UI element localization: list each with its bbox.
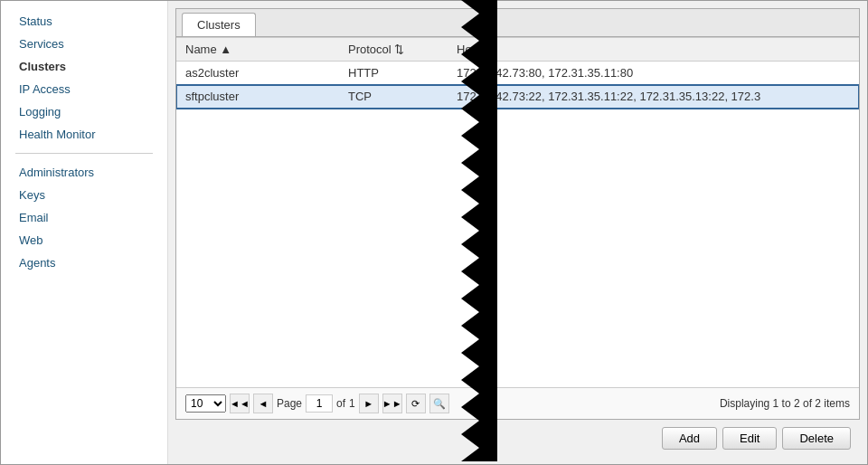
sidebar-item-web[interactable]: Web	[1, 229, 167, 251]
app-container: StatusServicesClustersIP AccessLoggingHe…	[0, 0, 868, 465]
page-label: Page	[277, 397, 302, 410]
prev-page-button[interactable]: ◄	[253, 394, 273, 413]
sidebar-item-ip-access[interactable]: IP Access	[1, 78, 167, 100]
sidebar-item-status[interactable]: Status	[1, 10, 167, 33]
action-bar: Add Edit Delete	[175, 420, 860, 457]
pagination-info: Displaying 1 to 2 of 2 items	[720, 397, 850, 410]
cell-name-1: sftpcluster	[176, 85, 339, 109]
main-content: Clusters Name ▲Protocol ⇅Hosts as2cluste…	[168, 1, 867, 464]
col-header-name[interactable]: Name ▲	[176, 38, 339, 62]
refresh-button[interactable]: ⟳	[406, 394, 426, 413]
tab-panel: Clusters Name ▲Protocol ⇅Hosts as2cluste…	[175, 8, 860, 420]
col-header-hosts: Hosts	[448, 38, 859, 62]
of-label: of	[336, 397, 345, 410]
sidebar-item-keys[interactable]: Keys	[1, 184, 167, 206]
table-row[interactable]: sftpclusterTCP172.31.42.73:22, 172.31.35…	[176, 85, 859, 109]
sidebar-item-administrators[interactable]: Administrators	[1, 161, 167, 184]
total-pages: 1	[349, 397, 355, 410]
sidebar-top-group: StatusServicesClustersIP AccessLoggingHe…	[1, 10, 167, 146]
next-page-button[interactable]: ►	[359, 394, 379, 413]
table-area: Name ▲Protocol ⇅Hosts as2clusterHTTP172.…	[176, 37, 859, 387]
tab-clusters[interactable]: Clusters	[182, 13, 256, 36]
clusters-table: Name ▲Protocol ⇅Hosts as2clusterHTTP172.…	[176, 37, 859, 109]
sidebar-item-email[interactable]: Email	[1, 206, 167, 229]
cell-hosts-0: 172.31.42.73:80, 172.31.35.11:80	[448, 62, 859, 85]
cell-protocol-1: TCP	[339, 85, 448, 109]
sidebar-item-agents[interactable]: Agents	[1, 251, 167, 274]
sidebar: StatusServicesClustersIP AccessLoggingHe…	[1, 1, 168, 464]
first-page-button[interactable]: ◄◄	[230, 394, 250, 413]
col-header-protocol[interactable]: Protocol ⇅	[339, 38, 448, 62]
table-header-row: Name ▲Protocol ⇅Hosts	[176, 38, 859, 62]
sidebar-item-services[interactable]: Services	[1, 33, 167, 55]
table-body: as2clusterHTTP172.31.42.73:80, 172.31.35…	[176, 62, 859, 109]
cell-name-0: as2cluster	[176, 62, 339, 85]
tab-header: Clusters	[176, 9, 859, 37]
delete-button[interactable]: Delete	[782, 427, 851, 450]
sidebar-bottom-group: AdministratorsKeysEmailWebAgents	[1, 161, 167, 274]
cell-protocol-0: HTTP	[339, 62, 448, 85]
search-button[interactable]: 🔍	[429, 394, 449, 413]
sidebar-item-health-monitor[interactable]: Health Monitor	[1, 123, 167, 146]
page-input[interactable]: 1	[306, 394, 333, 413]
sidebar-item-clusters[interactable]: Clusters	[1, 55, 167, 78]
cell-hosts-1: 172.31.42.73:22, 172.31.35.11:22, 172.31…	[448, 85, 859, 109]
per-page-select[interactable]: 10 25 50	[185, 394, 226, 413]
sidebar-item-logging[interactable]: Logging	[1, 100, 167, 123]
last-page-button[interactable]: ►►	[382, 394, 402, 413]
table-row[interactable]: as2clusterHTTP172.31.42.73:80, 172.31.35…	[176, 62, 859, 85]
add-button[interactable]: Add	[662, 427, 717, 450]
sidebar-divider-1	[15, 153, 153, 154]
pagination-bar: 10 25 50 ◄◄ ◄ Page 1 of 1 ► ►► ⟳ 🔍 Displ…	[176, 387, 859, 419]
edit-button[interactable]: Edit	[722, 427, 777, 450]
